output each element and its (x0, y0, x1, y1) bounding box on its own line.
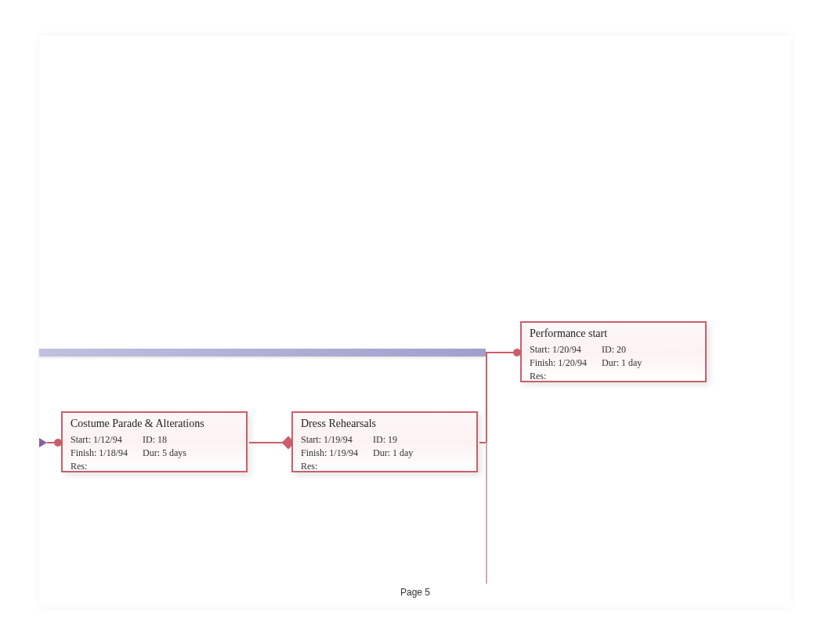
value-start: 1/20/94 (552, 343, 581, 356)
label-dur: Dur: (143, 447, 160, 460)
connector (486, 352, 517, 353)
task-node-dress-rehearsals: Dress Rehearsals Start: 1/19/94 ID: 19 F… (291, 411, 478, 472)
label-id: ID: (602, 343, 614, 356)
page-footer: Page 5 (39, 587, 791, 598)
label-finish: Finish: (530, 356, 555, 370)
task-title: Costume Parade & Alterations (71, 418, 238, 430)
page-number: Page 5 (400, 587, 430, 598)
label-dur: Dur: (373, 447, 390, 460)
task-title: Performance start (530, 327, 697, 340)
connector (486, 353, 487, 443)
label-id: ID: (143, 433, 155, 447)
label-id: ID: (373, 433, 385, 447)
label-dur: Dur: (602, 356, 619, 370)
label-start: Start: (301, 433, 321, 447)
value-id: 18 (157, 433, 167, 447)
task-title: Dress Rehearsals (301, 418, 468, 430)
label-finish: Finish: (71, 447, 96, 460)
summary-bar (39, 349, 486, 356)
label-res: Res: (301, 460, 317, 473)
label-res: Res: (530, 370, 546, 383)
task-node-performance-start: Performance start Start: 1/20/94 ID: 20 … (520, 321, 707, 382)
value-dur: 1 day (621, 356, 642, 370)
value-id: 20 (617, 343, 626, 356)
value-dur: 1 day (392, 447, 413, 460)
task-node-costume-parade: Costume Parade & Alterations Start: 1/12… (61, 411, 248, 472)
value-start: 1/12/94 (93, 433, 122, 447)
value-finish: 1/19/94 (329, 447, 358, 460)
value-start: 1/19/94 (324, 433, 353, 447)
value-finish: 1/18/94 (99, 447, 128, 460)
value-id: 19 (388, 433, 397, 447)
value-dur: 5 days (162, 447, 186, 460)
connector-extension (486, 443, 487, 584)
label-start: Start: (530, 343, 550, 356)
label-res: Res: (71, 460, 87, 473)
value-finish: 1/20/94 (558, 356, 587, 370)
page-container: Performance start Start: 1/20/94 ID: 20 … (39, 35, 791, 607)
connector-arrow (39, 438, 47, 447)
label-start: Start: (71, 433, 91, 447)
label-finish: Finish: (301, 447, 327, 460)
